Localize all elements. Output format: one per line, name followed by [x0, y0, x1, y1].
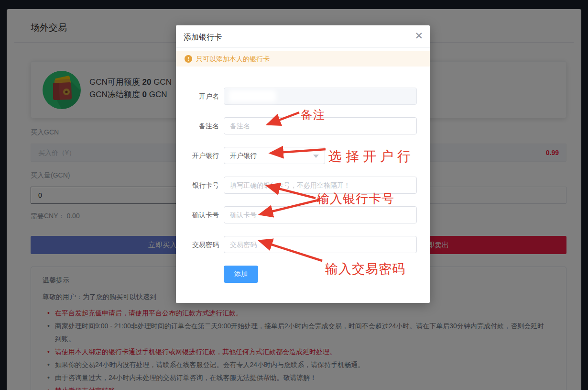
- add-bank-card-dialog: 添加银行卡 ✕ ! 只可以添加本人的银行卡 开户名 备注名 开户银行 开户银行 …: [176, 25, 430, 303]
- add-button[interactable]: 添加: [224, 266, 258, 283]
- account-name-label: 开户名: [176, 88, 219, 105]
- dialog-title: 添加银行卡: [184, 33, 222, 43]
- card-number-input[interactable]: [224, 177, 417, 194]
- warning-text: 只可以添加本人的银行卡: [196, 55, 270, 64]
- exclamation-icon: !: [185, 55, 192, 63]
- trade-password-label: 交易密码: [176, 236, 219, 253]
- bank-label: 开户银行: [176, 147, 219, 164]
- trade-password-input[interactable]: [224, 236, 417, 253]
- dialog-header: 添加银行卡 ✕: [176, 25, 430, 48]
- chevron-down-icon: [313, 155, 319, 158]
- confirm-number-input[interactable]: [224, 206, 417, 223]
- confirm-number-label: 确认卡号: [176, 206, 219, 223]
- close-icon[interactable]: ✕: [414, 30, 423, 42]
- note-name-label: 备注名: [176, 117, 219, 134]
- note-name-input[interactable]: [224, 117, 417, 134]
- blurred-account-name: [229, 90, 276, 102]
- card-number-label: 银行卡号: [176, 177, 219, 194]
- warning-banner: ! 只可以添加本人的银行卡: [176, 51, 430, 67]
- bank-select[interactable]: 开户银行: [224, 147, 325, 164]
- bank-select-value: 开户银行: [230, 147, 257, 164]
